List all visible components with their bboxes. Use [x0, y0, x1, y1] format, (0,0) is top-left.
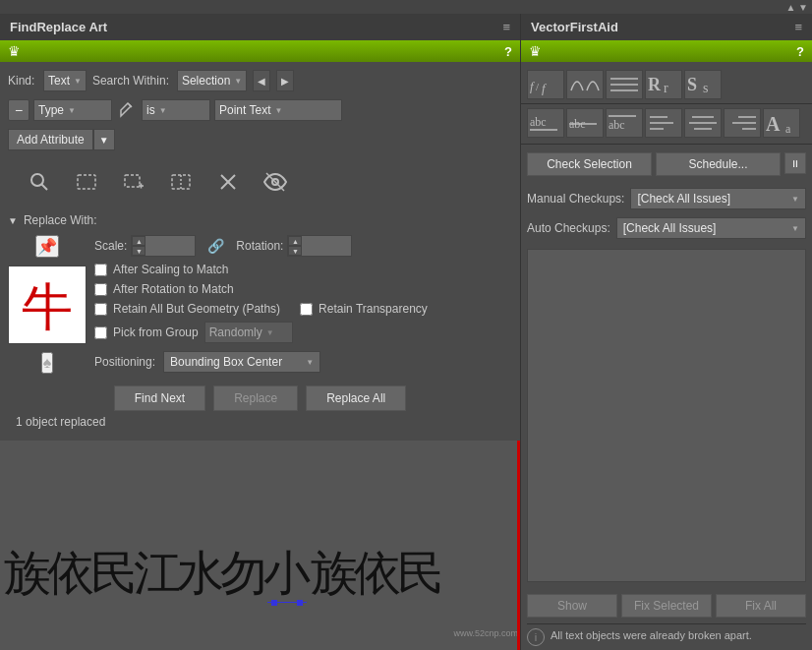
retain-transparency-checkbox[interactable]: [300, 303, 313, 316]
status-bar: 1 object replaced: [8, 411, 512, 433]
selection-handle-2: [297, 600, 303, 606]
results-area: [527, 249, 806, 582]
left-panel-menu-icon[interactable]: ≡: [502, 20, 510, 34]
align-left-btn[interactable]: [645, 108, 682, 138]
attribute-condition-select[interactable]: is: [142, 99, 210, 121]
replace-collapse-btn[interactable]: ▼: [8, 215, 18, 226]
svg-text:/: /: [536, 81, 540, 92]
abc-overline-btn[interactable]: abc: [606, 108, 643, 138]
attribute-type-select[interactable]: Type: [33, 99, 112, 121]
eyedropper-icon[interactable]: [116, 99, 138, 121]
rotation-group: Rotation: ▲ ▼ 0°: [236, 235, 352, 257]
after-scaling-checkbox[interactable]: [94, 264, 107, 276]
rotation-up-btn[interactable]: ▲: [288, 236, 302, 246]
scale-group: Scale: ▲ ▼ 100%: [94, 235, 196, 257]
schedule-btn[interactable]: Schedule...: [656, 152, 781, 176]
scale-label: Scale:: [94, 239, 127, 253]
search-icon-btn[interactable]: [24, 166, 55, 198]
pick-from-group-select[interactable]: Randomly: [204, 322, 293, 343]
rotation-input[interactable]: 0°: [302, 239, 351, 253]
rotation-down-btn[interactable]: ▼: [288, 246, 302, 256]
right-panel-menu-icon[interactable]: ≡: [794, 20, 802, 34]
right-help-icon[interactable]: ?: [796, 44, 804, 59]
pick-from-group-checkbox[interactable]: [94, 326, 107, 339]
right-icons-row-2: abc abc abc: [521, 104, 812, 145]
manual-checkups-row: Manual Checkups: [Check All Issues]: [521, 184, 812, 213]
link-icon[interactable]: 🔗: [207, 238, 224, 254]
scale-up-btn[interactable]: ▲: [132, 236, 145, 246]
svg-text:S: S: [687, 75, 697, 94]
select-rect-icon-btn[interactable]: [71, 166, 102, 198]
checkbox-row-3: Retain All But Geometry (Paths) Retain T…: [94, 302, 512, 316]
after-rotation-checkbox[interactable]: [94, 283, 107, 296]
attribute-label: Type: [38, 103, 64, 117]
next-arrow-btn[interactable]: ▶: [276, 70, 294, 91]
attribute-value-select[interactable]: Point Text: [214, 99, 342, 121]
show-btn[interactable]: Show: [527, 594, 617, 618]
abc-underline-btn[interactable]: abc: [527, 108, 564, 138]
scale-down-btn[interactable]: ▼: [132, 246, 145, 256]
find-next-btn[interactable]: Find Next: [114, 385, 205, 411]
help-icon[interactable]: ?: [504, 44, 512, 59]
split-selection-icon-btn[interactable]: [165, 166, 197, 198]
replace-btn[interactable]: Replace: [213, 385, 298, 411]
remove-attribute-btn[interactable]: −: [8, 99, 29, 121]
manual-checkups-select[interactable]: [Check All Issues]: [630, 188, 806, 209]
search-within-label: Search Within:: [92, 74, 171, 88]
auto-checkups-select[interactable]: [Check All Issues]: [616, 217, 806, 239]
auto-checkups-value: [Check All Issues]: [623, 221, 717, 235]
positioning-select[interactable]: Bounding Box Center: [163, 351, 320, 373]
font-size-btn[interactable]: A a: [763, 108, 800, 138]
search-icons-row: [8, 158, 512, 206]
spade-icon-btn[interactable]: ♠: [41, 352, 54, 374]
scale-input[interactable]: 100%: [145, 239, 195, 253]
status-text: 1 object replaced: [16, 415, 105, 429]
info-icon[interactable]: i: [527, 628, 545, 646]
after-scaling-label: After Scaling to Match: [113, 263, 228, 276]
canvas-text: 族依民江水勿: [4, 542, 263, 605]
replace-left: 📌 牛 ♠: [8, 235, 87, 374]
add-attribute-dropdown[interactable]: ▼: [93, 129, 115, 150]
rr-icon-btn[interactable]: R r: [645, 70, 682, 99]
search-within-select[interactable]: Selection: [177, 70, 247, 91]
replace-all-btn[interactable]: Replace All: [306, 385, 406, 411]
clear-icon-btn[interactable]: [212, 166, 244, 198]
kind-select[interactable]: Text: [43, 70, 87, 91]
ff-icon-btn[interactable]: f / f: [527, 70, 564, 99]
pick-from-group-label: Pick from Group: [113, 325, 199, 339]
prev-arrow-btn[interactable]: ◀: [253, 70, 270, 91]
pin-icon-btn[interactable]: 📌: [35, 235, 59, 258]
left-panel-title: FindReplace Art: [10, 20, 107, 34]
checkbox-row-1: After Scaling to Match: [94, 263, 512, 276]
svg-line-1: [42, 185, 48, 191]
info-area: i All text objects were already broken a…: [521, 624, 812, 650]
check-selection-btn[interactable]: Check Selection: [527, 152, 652, 176]
align-right-btn[interactable]: [724, 108, 761, 138]
add-attribute-btn[interactable]: Add Attribute: [8, 129, 93, 150]
curves-icon-btn[interactable]: [566, 70, 604, 99]
retain-geometry-checkbox[interactable]: [94, 303, 107, 316]
fix-all-btn[interactable]: Fix All: [716, 594, 806, 618]
add-selection-icon-btn[interactable]: [118, 166, 149, 198]
auto-checkups-label: Auto Checkups:: [527, 221, 610, 235]
align-center-btn[interactable]: [684, 108, 722, 138]
rotation-input-wrapper: ▲ ▼ 0°: [287, 235, 352, 257]
auto-checkups-row: Auto Checkups: [Check All Issues]: [521, 213, 812, 243]
replace-right: Scale: ▲ ▼ 100% 🔗: [94, 235, 512, 374]
positioning-label: Positioning:: [94, 355, 155, 369]
canvas-area: 族依民江水勿 小 族依民 www.52cnp.com: [0, 441, 520, 650]
kind-label: Kind:: [8, 74, 37, 88]
pick-from-group-value: Randomly: [209, 325, 262, 339]
pick-from-group-row: Pick from Group Randomly: [94, 322, 512, 343]
pause-btn[interactable]: ⏸: [784, 152, 806, 174]
left-panel-titlebar: FindReplace Art ≡: [0, 14, 520, 40]
replace-preview: 牛: [8, 266, 87, 344]
lines-icon-btn[interactable]: [606, 70, 643, 99]
attribute-condition: is: [146, 103, 155, 117]
abc-strikethrough-btn[interactable]: abc: [566, 108, 604, 138]
fix-selected-btn[interactable]: Fix Selected: [621, 594, 712, 618]
hide-icon-btn[interactable]: [260, 166, 291, 198]
info-text: All text objects were already broken apa…: [551, 628, 752, 643]
scale-input-wrapper: ▲ ▼ 100%: [131, 235, 196, 257]
ss-icon-btn[interactable]: S s: [684, 70, 722, 99]
